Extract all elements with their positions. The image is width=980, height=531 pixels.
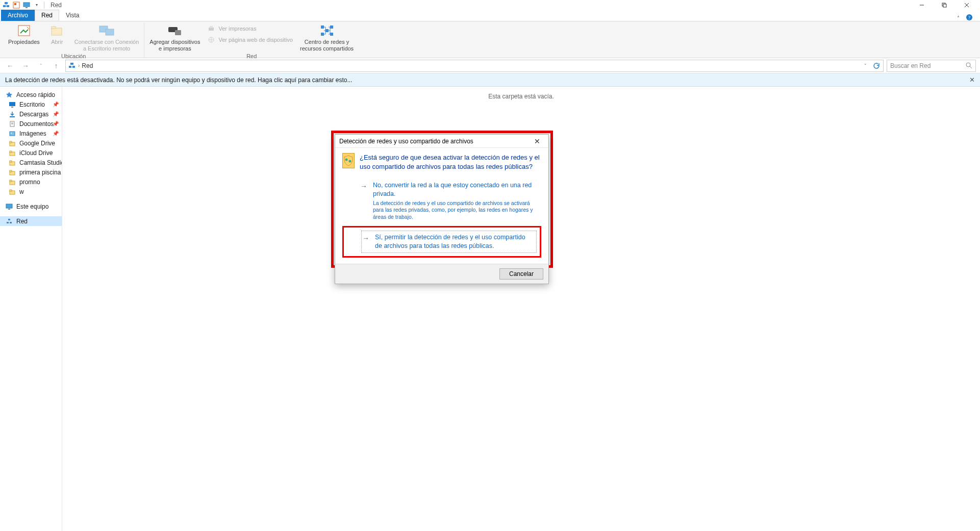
option-yes-text: Sí, permitir la detección de redes y el …: [375, 233, 533, 250]
svg-rect-32: [9, 102, 15, 106]
search-placeholder: Buscar en Red: [890, 62, 931, 69]
svg-rect-38: [10, 132, 15, 136]
navigation-pane: Acceso rápido Escritorio 📌 Descargas 📌 D…: [0, 87, 62, 531]
ribbon-propiedades-label: Propiedades: [8, 39, 40, 45]
quick-access-toolbar: ▾ Red: [2, 1, 62, 9]
svg-rect-52: [6, 204, 12, 208]
shield-warning-icon: [342, 153, 355, 168]
svg-rect-4: [14, 3, 16, 5]
svg-rect-29: [70, 63, 73, 65]
dialog-question: ¿Está seguro de que desea activar la det…: [342, 153, 541, 171]
address-bar[interactable]: › Red ˅: [65, 60, 884, 72]
sidebar-item-icloud-drive[interactable]: iCloud Drive: [0, 148, 62, 158]
sidebar-label: Descargas: [19, 111, 48, 118]
nav-forward: →: [19, 60, 32, 72]
dialog-title: Detección de redes y uso compartido de a…: [339, 138, 473, 145]
arrow-right-icon: →: [360, 182, 368, 190]
svg-rect-55: [10, 222, 12, 223]
desktop-icon: [8, 100, 16, 109]
folder-icon: [8, 159, 16, 167]
svg-rect-25: [330, 33, 333, 36]
dialog-option-no[interactable]: → No, convertir la red a la que estoy co…: [342, 178, 541, 224]
nav-history-dropdown[interactable]: ˅: [35, 60, 47, 72]
tab-vista[interactable]: Vista: [59, 10, 86, 21]
quick-access-icon: [5, 91, 13, 99]
dialog-title-bar: Detección de redes y uso compartido de a…: [335, 135, 548, 148]
tab-archivo[interactable]: Archivo: [1, 10, 35, 21]
ribbon-group-ubicacion: Propiedades Abrir Conectarse con Conexió…: [3, 22, 144, 58]
search-box[interactable]: Buscar en Red: [887, 60, 976, 72]
folder-icon: [8, 178, 16, 186]
ribbon-centro-redes-label: Centro de redes yrecursos compartidos: [300, 39, 354, 52]
sidebar-item-camtasia[interactable]: Camtasia Studio: [0, 158, 62, 167]
svg-rect-22: [321, 26, 324, 29]
svg-rect-18: [175, 30, 181, 35]
svg-text:?: ?: [968, 15, 971, 20]
svg-rect-6: [26, 7, 28, 8]
pin-icon: 📌: [53, 121, 59, 127]
sidebar-item-google-drive[interactable]: Google Drive: [0, 138, 62, 148]
network-icon: [2, 1, 10, 9]
svg-rect-16: [106, 29, 114, 35]
svg-rect-49: [10, 180, 12, 182]
title-bar: ▾ Red: [0, 0, 980, 10]
close-button[interactable]: [956, 0, 978, 10]
tab-red[interactable]: Red: [35, 10, 59, 21]
monitor-icon[interactable]: [22, 1, 31, 9]
nav-up[interactable]: ↑: [50, 60, 62, 72]
pictures-icon: [8, 130, 16, 138]
folder-icon: [8, 188, 16, 196]
sidebar-item-documentos[interactable]: Documentos 📌: [0, 119, 62, 129]
pin-icon: 📌: [53, 102, 59, 107]
window-controls: [911, 0, 978, 10]
sidebar-item-este-equipo[interactable]: Este equipo: [0, 201, 62, 211]
ribbon-conectarse-label: Conectarse con Conexióna Escritorio remo…: [74, 39, 139, 52]
sidebar-item-primera-piscina[interactable]: primera piscina: [0, 167, 62, 177]
navigation-bar: ← → ˅ ↑ › Red ˅ Buscar en Red: [0, 58, 980, 73]
folder-icon: [8, 149, 16, 157]
maximize-button[interactable]: [933, 0, 956, 10]
help-button[interactable]: ?: [966, 14, 977, 21]
sidebar-item-imagenes[interactable]: Imágenes 📌: [0, 129, 62, 138]
sidebar-item-escritorio[interactable]: Escritorio 📌: [0, 99, 62, 109]
dialog-option-yes[interactable]: → Sí, permitir la detección de redes y e…: [342, 226, 541, 258]
sidebar-item-acceso-rapido[interactable]: Acceso rápido: [0, 90, 62, 99]
svg-rect-33: [11, 107, 13, 108]
properties-icon[interactable]: [12, 1, 20, 9]
ribbon-tabs: Archivo Red Vista ˄ ?: [0, 10, 980, 21]
cancel-button[interactable]: Cancelar: [499, 268, 543, 280]
minimize-button[interactable]: [911, 0, 933, 10]
breadcrumb-red[interactable]: Red: [82, 62, 93, 69]
sidebar-item-red[interactable]: Red: [0, 216, 62, 226]
sidebar-item-descargas[interactable]: Descargas 📌: [0, 109, 62, 119]
network-center-icon: [319, 23, 335, 38]
sidebar-item-w[interactable]: w: [0, 187, 62, 196]
address-dropdown[interactable]: ˅: [862, 63, 869, 68]
ribbon-propiedades[interactable]: Propiedades: [6, 22, 42, 46]
refresh-button[interactable]: [871, 61, 881, 71]
qat-dropdown-icon[interactable]: ▾: [33, 1, 41, 9]
breadcrumb-separator[interactable]: ›: [78, 63, 80, 68]
sidebar-item-promno[interactable]: promno: [0, 177, 62, 187]
svg-point-39: [11, 133, 12, 134]
nav-back[interactable]: ←: [4, 60, 16, 72]
svg-rect-45: [10, 161, 12, 162]
svg-rect-53: [8, 209, 10, 210]
ribbon-centro-redes[interactable]: Centro de redes yrecursos compartidos: [298, 22, 356, 53]
info-banner-close[interactable]: ✕: [969, 76, 975, 84]
info-banner-text: La detección de redes está desactivada. …: [5, 77, 352, 84]
ribbon-collapse-button[interactable]: ˄: [952, 15, 964, 21]
dialog-body: ¿Está seguro de que desea activar la det…: [335, 148, 548, 264]
sidebar-label: iCloud Drive: [19, 149, 53, 157]
dialog-close-button[interactable]: ✕: [530, 136, 544, 146]
folder-icon: [8, 139, 16, 147]
sidebar-label: Red: [16, 218, 28, 225]
ribbon-abrir-label: Abrir: [51, 39, 63, 45]
ribbon: Propiedades Abrir Conectarse con Conexió…: [0, 21, 980, 58]
sidebar-label: Documentos: [19, 120, 54, 128]
ribbon-conectarse: Conectarse con Conexióna Escritorio remo…: [72, 22, 141, 53]
ribbon-agregar-dispositivos[interactable]: Agregar dispositivose impresoras: [147, 22, 202, 53]
info-banner[interactable]: La detección de redes está desactivada. …: [0, 73, 980, 87]
svg-point-30: [966, 63, 970, 67]
explorer-window: ▾ Red Archivo Red Vista ˄ ? Propiedades …: [0, 0, 980, 531]
